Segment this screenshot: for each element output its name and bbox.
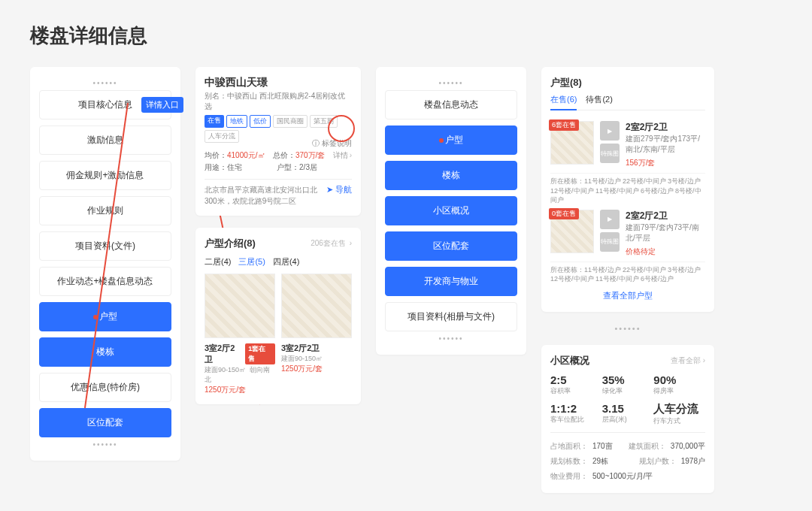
floorplan-item[interactable]: 3室2厅2卫1套在售建面90-150㎡ 朝向南北1250万元/套 — [205, 274, 275, 395]
floorplan-tab[interactable]: 三居(5) — [238, 256, 265, 268]
property-name: 中骏西山天璟 — [205, 76, 352, 89]
property-tag: 第五期 — [310, 115, 338, 128]
huxing-card: 户型(8) 在售(6)待售(2) 6套在售▶特殊图2室2厅2卫建面279平/套内… — [541, 67, 714, 312]
property-tag: 地铁 — [226, 115, 247, 128]
page-title: 楼盘详细信息 — [30, 23, 782, 49]
address: 北京市昌平京藏高速北安河出口北300米，农院北路9号院二区 — [205, 184, 326, 207]
footer-item[interactable]: 项目资料(相册与文件) — [385, 302, 517, 331]
stat-item: 人车分流行车方式 — [653, 402, 705, 426]
menu-card-2: •••••• 楼盘信息动态 户型楼栋小区概况区位配套开发商与物业 项目资料(相册… — [376, 67, 526, 355]
menu-item[interactable]: 楼栋 — [39, 337, 171, 367]
menu-item[interactable]: 项目资料(文件) — [39, 231, 171, 261]
property-summary-card: 中骏西山天璟 别名：中骏西山 西北旺限购房2-4居刚改优选 在售地铁低价国民商圈… — [195, 67, 361, 216]
layout-label: 户型： — [277, 163, 299, 171]
tag-hint[interactable]: ⓘ 标签说明 — [312, 139, 352, 147]
floorplan-count-link[interactable]: 206套在售 › — [311, 238, 352, 249]
drag-dots: •••••• — [39, 437, 171, 452]
floorplan-image — [205, 274, 275, 338]
stat-item: 1:1:2客车位配比 — [550, 402, 602, 426]
avg-label: 均价： — [205, 151, 227, 159]
media-icon[interactable]: ▶ — [600, 210, 620, 229]
menu-item[interactable]: 作业动态+楼盘信息动态 — [39, 267, 171, 296]
unit-location: 所在楼栋：11号楼/边户 22号楼/中间户 3号楼/边户 12号楼/中间户 11… — [550, 177, 705, 205]
stat-item: 35%绿化率 — [602, 373, 654, 396]
info-line: 规划栋数：29栋规划户数：1978户 — [550, 454, 705, 469]
floorplan-item[interactable]: 3室2厅2卫建面90-150㎡1250万元/套 — [281, 274, 352, 395]
drag-dots: •••••• — [39, 76, 171, 90]
unit-row[interactable]: 6套在售▶特殊图2室2厅2卫建面279平/套内173平/南北/东南/平层156万… — [550, 116, 705, 174]
property-tag: 国民商圈 — [273, 115, 308, 128]
floorplan-tab[interactable]: 二居(4) — [205, 256, 231, 268]
menu-item[interactable]: 户型 — [385, 125, 517, 155]
vr-icon[interactable]: 特殊图 — [600, 144, 620, 163]
separator-dots: •••••• — [541, 324, 714, 333]
drag-dots: •••••• — [385, 331, 517, 346]
vr-icon[interactable]: 特殊图 — [600, 232, 620, 252]
stat-item: 90%得房率 — [653, 373, 705, 396]
unit-location: 所在楼栋：11号楼/边户 22号楼/中间户 3号楼/边户 12号楼/中间户 11… — [550, 265, 705, 284]
community-card: 小区概况 查看全部 › 2:5容积率35%绿化率90%得房率 1:1:2客车位配… — [541, 345, 714, 493]
menu-item[interactable]: 佣金规则+激励信息 — [39, 161, 171, 190]
property-tag: 低价 — [250, 115, 271, 128]
drag-dots: •••••• — [385, 76, 517, 90]
community-title: 小区概况 — [550, 354, 589, 367]
menu-card-1: •••••• 详情入口 项目核心信息激励信息佣金规则+激励信息作业规则项目资料(… — [30, 67, 180, 461]
use-value: 住宅 — [227, 163, 242, 171]
stat-item: 3.15层高(米) — [602, 402, 654, 426]
menu-item[interactable]: 区位配套 — [39, 408, 171, 437]
huxing-tab[interactable]: 在售(6) — [550, 94, 577, 110]
info-line: 物业费用：500~1000元/月/平 — [550, 469, 705, 484]
menu-item[interactable]: 小区概况 — [385, 196, 517, 225]
floorplan-card: 户型介绍(8) 206套在售 › 二居(4)三居(5)四居(4) 3室2厅2卫1… — [195, 228, 361, 404]
menu-item[interactable]: 区位配套 — [385, 231, 517, 261]
avg-value: 41000元/㎡ — [227, 151, 265, 159]
nav-button[interactable]: ➤ 导航 — [326, 184, 352, 195]
menu-item[interactable]: 作业规则 — [39, 196, 171, 225]
property-tag: 人车分流 — [205, 130, 239, 143]
floorplan-tab[interactable]: 四居(4) — [273, 256, 299, 268]
info-line: 占地面积：170亩建筑面积：370,000平 — [550, 439, 705, 454]
menu-item[interactable]: 户型 — [39, 302, 171, 331]
entry-badge: 详情入口 — [141, 97, 183, 113]
layout-value: 2/3居 — [299, 163, 317, 171]
property-alias: 别名：中骏西山 西北旺限购房2-4居刚改优选 — [205, 91, 352, 112]
menu-item[interactable]: 楼栋 — [385, 161, 517, 190]
menu-item[interactable]: 优惠信息(特价房) — [39, 373, 171, 402]
huxing-tab[interactable]: 待售(2) — [586, 94, 612, 105]
menu-item[interactable]: 开发商与物业 — [385, 267, 517, 296]
section-header: 楼盘信息动态 — [385, 90, 517, 119]
menu-item[interactable]: 激励信息 — [39, 125, 171, 155]
property-tag: 在售 — [205, 115, 224, 128]
total-label: 总价： — [273, 151, 295, 159]
floorplan-title: 户型介绍(8) — [205, 237, 256, 250]
unit-row[interactable]: 0套在售▶特殊图2室2厅2卫建面79平/套内73平/南北/平层价格待定 — [550, 205, 705, 262]
total-value: 370万/套 — [295, 151, 325, 159]
view-all-button[interactable]: 查看全部户型 — [550, 284, 705, 303]
community-more[interactable]: 查看全部 › — [671, 355, 705, 366]
use-label: 用途： — [205, 163, 227, 171]
floorplan-image — [281, 274, 352, 338]
stat-item: 2:5容积率 — [550, 373, 602, 396]
huxing-title: 户型(8) — [550, 76, 705, 89]
media-icon[interactable]: ▶ — [600, 121, 620, 141]
detail-link[interactable]: 详情› — [333, 150, 352, 161]
